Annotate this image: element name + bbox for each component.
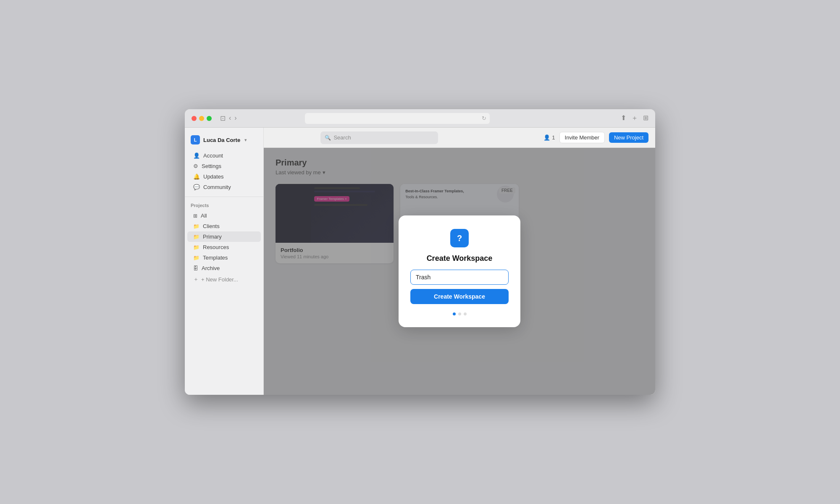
sidebar-item-archive[interactable]: 🗄 Archive bbox=[187, 263, 261, 273]
sidebar-item-resources[interactable]: 📁 Resources bbox=[187, 242, 261, 252]
top-bar: 🔍 Search 👤 1 Invite Member New Project bbox=[264, 128, 655, 148]
refresh-icon[interactable]: ↻ bbox=[482, 115, 486, 121]
community-icon: 💬 bbox=[193, 184, 200, 190]
sidebar-item-primary[interactable]: 📁 Primary bbox=[187, 231, 261, 242]
back-button[interactable]: ‹ bbox=[229, 114, 231, 122]
all-icon: ⊞ bbox=[193, 213, 197, 219]
dot-2 bbox=[458, 312, 461, 315]
main-area: 🔍 Search 👤 1 Invite Member New Project P… bbox=[264, 128, 655, 395]
sidebar-item-settings-label: Settings bbox=[202, 163, 221, 169]
browser-actions: ⬆ ＋ ⊞ bbox=[621, 114, 648, 123]
sidebar-item-community-label: Community bbox=[203, 184, 231, 190]
modal-pagination-dots bbox=[453, 312, 467, 315]
address-bar[interactable]: ↻ bbox=[305, 113, 490, 124]
members-count: 1 bbox=[552, 134, 555, 141]
new-folder-label: + New Folder... bbox=[201, 276, 238, 283]
modal-backdrop: ? Create Workspace Create Workspace bbox=[264, 148, 655, 395]
browser-chrome: ⊡ ‹ › ↻ ⬆ ＋ ⊞ bbox=[185, 109, 655, 128]
share-icon[interactable]: ⬆ bbox=[621, 114, 626, 123]
sidebar-item-community[interactable]: 💬 Community bbox=[187, 182, 261, 192]
sidebar-item-templates[interactable]: 📁 Templates bbox=[187, 252, 261, 263]
dot-1 bbox=[453, 312, 456, 315]
new-folder-button[interactable]: ＋ + New Folder... bbox=[187, 273, 261, 285]
grid-view-icon[interactable]: ⊞ bbox=[643, 114, 648, 123]
content-area: Primary Last viewed by me ▾ bbox=[264, 148, 655, 395]
user-name: Luca Da Corte bbox=[203, 137, 240, 143]
sidebar-item-settings[interactable]: ⚙ Settings bbox=[187, 161, 261, 171]
members-button[interactable]: 👤 1 bbox=[543, 134, 555, 141]
minimize-button[interactable] bbox=[199, 116, 204, 121]
sidebar-item-templates-label: Templates bbox=[203, 255, 228, 261]
traffic-lights bbox=[192, 116, 212, 121]
modal-icon: ? bbox=[450, 229, 469, 247]
sidebar-divider bbox=[185, 197, 263, 197]
browser-nav: ⊡ ‹ › bbox=[220, 114, 237, 122]
create-workspace-modal: ? Create Workspace Create Workspace bbox=[399, 215, 520, 327]
app-content: L Luca Da Corte ▾ 👤 Account ⚙ Settings 🔔… bbox=[185, 128, 655, 395]
search-bar[interactable]: 🔍 Search bbox=[320, 131, 438, 144]
modal-title: Create Workspace bbox=[427, 254, 493, 263]
updates-icon: 🔔 bbox=[193, 173, 200, 180]
maximize-button[interactable] bbox=[207, 116, 212, 121]
dot-3 bbox=[464, 312, 467, 315]
sidebar-item-all[interactable]: ⊞ All bbox=[187, 210, 261, 221]
sidebar-item-all-label: All bbox=[201, 213, 207, 219]
invite-member-button[interactable]: Invite Member bbox=[559, 132, 605, 143]
sidebar-item-primary-label: Primary bbox=[203, 234, 222, 240]
top-bar-actions: 👤 1 Invite Member New Project bbox=[543, 132, 648, 143]
primary-folder-icon: 📁 bbox=[193, 234, 200, 240]
clients-folder-icon: 📁 bbox=[193, 223, 200, 229]
account-icon: 👤 bbox=[193, 152, 200, 159]
search-placeholder: Search bbox=[333, 134, 351, 141]
templates-folder-icon: 📁 bbox=[193, 255, 200, 261]
sidebar-item-updates-label: Updates bbox=[203, 173, 223, 180]
sidebar-item-resources-label: Resources bbox=[203, 244, 229, 250]
sidebar-item-account[interactable]: 👤 Account bbox=[187, 150, 261, 161]
projects-section-label: Projects bbox=[185, 201, 263, 210]
resources-folder-icon: 📁 bbox=[193, 244, 200, 250]
sidebar-item-account-label: Account bbox=[203, 152, 223, 159]
avatar: L bbox=[191, 135, 200, 144]
settings-icon: ⚙ bbox=[193, 163, 198, 169]
question-mark-icon: ? bbox=[457, 234, 462, 243]
sidebar-item-clients[interactable]: 📁 Clients bbox=[187, 221, 261, 231]
browser-window: ⊡ ‹ › ↻ ⬆ ＋ ⊞ L Luca Da Corte ▾ 👤 Accoun… bbox=[185, 109, 655, 395]
sidebar-toggle-icon[interactable]: ⊡ bbox=[220, 114, 226, 122]
user-section[interactable]: L Luca Da Corte ▾ bbox=[185, 133, 263, 147]
new-tab-icon[interactable]: ＋ bbox=[631, 114, 638, 123]
workspace-name-input[interactable] bbox=[410, 270, 509, 285]
sidebar-item-archive-label: Archive bbox=[202, 265, 220, 271]
archive-icon: 🗄 bbox=[193, 265, 198, 271]
members-icon: 👤 bbox=[543, 134, 550, 141]
chevron-down-icon: ▾ bbox=[244, 137, 247, 143]
sidebar: L Luca Da Corte ▾ 👤 Account ⚙ Settings 🔔… bbox=[185, 128, 264, 395]
search-icon: 🔍 bbox=[325, 135, 331, 141]
sidebar-item-clients-label: Clients bbox=[203, 223, 220, 229]
forward-button[interactable]: › bbox=[234, 114, 236, 122]
sidebar-item-updates[interactable]: 🔔 Updates bbox=[187, 171, 261, 182]
new-folder-icon: ＋ bbox=[193, 276, 199, 283]
new-project-button[interactable]: New Project bbox=[609, 132, 648, 143]
create-workspace-button[interactable]: Create Workspace bbox=[410, 289, 509, 304]
close-button[interactable] bbox=[192, 116, 197, 121]
